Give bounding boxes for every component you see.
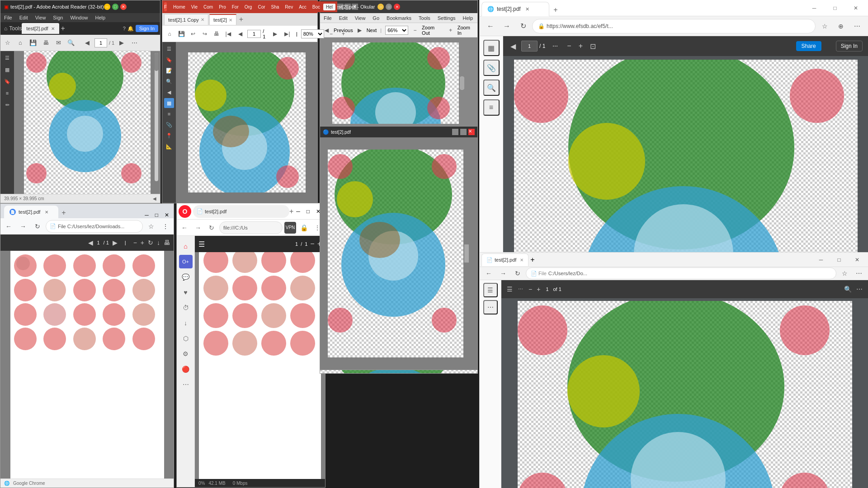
layers-button[interactable]: ≡ [2, 88, 12, 98]
search-button[interactable]: 🔍 [66, 38, 76, 48]
edge-back-btn[interactable]: ← [483, 19, 498, 33]
close-button[interactable]: ✕ [120, 4, 127, 10]
ribbon-accessibility[interactable]: Rev [282, 4, 296, 10]
edge2-minimize-btn[interactable]: ─ [812, 253, 830, 267]
edge2-pdf-list-btn[interactable]: ☰ [506, 285, 514, 294]
okular-zoom-in-btn[interactable]: + [446, 25, 456, 35]
opera-sidebar-more[interactable]: ⋯ [179, 378, 193, 391]
edge-tab-test2[interactable]: 🌐 test[2].pdf ✕ [481, 2, 549, 16]
opera-refresh-btn[interactable]: ↻ [206, 222, 217, 234]
chrome-refresh-btn[interactable]: ↻ [31, 220, 44, 233]
notification-icon[interactable]: 🔔 [127, 26, 134, 32]
foxit-home-btn[interactable]: ⌂ [164, 28, 175, 39]
chrome-pdf-next-btn[interactable]: ▶ [113, 239, 118, 246]
foxit-sidebar-measure[interactable]: 📐 [164, 141, 174, 151]
opera-sidebar-extension[interactable]: 🔴 [179, 362, 193, 376]
edge-pdf-zoom-out-btn[interactable]: − [565, 40, 573, 52]
home-button[interactable]: ⌂ [15, 38, 26, 48]
annotation-button[interactable]: ✏ [2, 100, 12, 110]
edge2-pdf-search-btn[interactable]: 🔍 [843, 285, 853, 294]
help-icon[interactable]: ? [123, 26, 126, 31]
chrome-pdf-download-btn[interactable]: ↓ [157, 239, 160, 246]
okular-maximize-btn[interactable]: □ [386, 4, 392, 10]
foxit-redo-btn[interactable]: ↪ [199, 28, 210, 39]
ribbon-bookmark[interactable]: Acc [296, 4, 309, 10]
okular-menu-file[interactable]: File [322, 14, 334, 22]
edge-signin-btn[interactable]: Sign In [836, 41, 863, 52]
chrome-address-bar[interactable]: 📄 File C:/Users/lez/Downloads... [46, 220, 143, 233]
edge-maximize-btn[interactable]: □ [825, 0, 845, 16]
prev-page-button[interactable]: ◀ [82, 38, 93, 48]
menu-edit[interactable]: Edit [18, 15, 30, 20]
edge2-maximize-btn[interactable]: □ [830, 253, 848, 267]
ribbon-help[interactable]: Boc [310, 4, 323, 10]
foxit-tab-close[interactable]: ✕ [229, 18, 232, 23]
ribbon-home[interactable]: Home [170, 4, 188, 10]
close-button[interactable]: ✕ [352, 4, 358, 10]
okular-menu-edit[interactable]: Edit [337, 14, 349, 22]
foxit-sidebar-menu[interactable]: ☰ [164, 44, 174, 54]
foxit-sidebar-attach[interactable]: 📎 [164, 120, 174, 130]
okular-minimize-btn[interactable]: ─ [377, 4, 384, 10]
edge-refresh-btn[interactable]: ↻ [516, 19, 530, 33]
chrome-pdf-print-btn[interactable]: 🖶 [164, 239, 170, 246]
okular-scrollbar[interactable] [460, 76, 464, 90]
next-page-button[interactable]: ▶ [116, 38, 127, 48]
okular2-minimize-btn[interactable] [452, 129, 458, 135]
tab-close-icon[interactable]: ✕ [51, 26, 55, 31]
okular2-scrollbar-thumb[interactable] [464, 244, 469, 263]
opera-sidebar-messenger[interactable]: 💬 [179, 270, 193, 284]
foxit-zoom-out-btn[interactable]: − [326, 28, 336, 39]
maximize-button[interactable]: □ [112, 4, 118, 10]
edge-pdf-fit-btn[interactable]: ⊡ [588, 40, 598, 52]
opera-sidebar-speed-dial[interactable]: O+ [179, 255, 193, 268]
edge2-tab-close[interactable]: ✕ [520, 258, 524, 263]
opera-sidebar-settings[interactable]: ⚙ [179, 347, 193, 361]
scrollbar-thumb[interactable] [155, 53, 158, 71]
foxit-first-page-btn[interactable]: |◀ [223, 28, 233, 39]
chrome-pdf-rotate-btn[interactable]: ↻ [148, 239, 153, 246]
ribbon-review[interactable]: Sha [269, 4, 282, 10]
edge2-bookmark-btn[interactable]: ☆ [838, 267, 851, 280]
foxit-sidebar-nav[interactable]: ◀ [164, 87, 174, 97]
maximize-button[interactable]: □ [344, 4, 351, 10]
ribbon-comment[interactable]: Com [201, 4, 216, 10]
opera-sidebar-history[interactable]: ⏱ [179, 301, 193, 314]
edge2-more-btn[interactable]: ⋯ [853, 267, 865, 280]
home-tab[interactable]: ⌂ [4, 25, 7, 32]
chrome-pdf-zoom-out-btn[interactable]: − [133, 239, 137, 246]
foxit-sidebar-pages[interactable]: ▦ [164, 98, 174, 108]
edge-collections-btn[interactable]: ⊕ [834, 19, 848, 33]
edge2-tab-test2[interactable]: 📄 test[2].pdf ✕ [481, 253, 528, 266]
edge-pdf-page-input[interactable] [521, 41, 538, 52]
save-button[interactable]: 💾 [28, 38, 38, 48]
chrome-maximize-btn[interactable]: □ [152, 212, 161, 218]
foxit-save-btn[interactable]: 💾 [176, 28, 187, 39]
edge2-close-btn[interactable]: ✕ [848, 253, 866, 267]
foxit-sidebar-location[interactable]: 📍 [164, 131, 174, 141]
okular-menu-go[interactable]: Go [371, 14, 381, 22]
menu-sign[interactable]: Sign [51, 15, 65, 20]
opera-sidebar-3d[interactable]: ⬡ [179, 332, 193, 345]
edge-pdf-thumbnails-btn[interactable]: ▦ [483, 40, 500, 56]
chrome-forward-btn[interactable]: → [17, 220, 29, 233]
menu-window[interactable]: Window [68, 15, 90, 20]
tools-tab[interactable]: Tools [9, 25, 22, 32]
panels-button[interactable]: ☰ [2, 53, 12, 63]
okular-menu-bookmarks[interactable]: Bookmarks [385, 14, 413, 22]
ribbon-form-active[interactable]: Hel [323, 4, 335, 10]
vertical-scrollbar[interactable] [155, 53, 158, 181]
edge2-pdf-zoom-in-btn[interactable]: + [536, 285, 541, 294]
edge-new-tab-btn[interactable]: + [549, 4, 562, 16]
ribbon-share[interactable]: Cor [255, 4, 268, 10]
opera-forward-btn[interactable]: → [192, 222, 204, 234]
foxit-zoom-select[interactable]: 80% 100% 150% [301, 29, 324, 38]
edge-more-btn[interactable]: ⋯ [850, 19, 864, 33]
opera-maximize-btn[interactable]: □ [304, 208, 312, 215]
edge-close-btn[interactable]: ✕ [845, 0, 866, 16]
edge2-pdf-zoom-out-btn[interactable]: − [528, 285, 533, 294]
menu-help[interactable]: Help [94, 15, 108, 20]
opera-pdf-menu-btn[interactable]: ☰ [198, 240, 205, 249]
edge2-pdf-more-actions-btn[interactable]: ⋯ [855, 285, 863, 294]
edge2-refresh-btn[interactable]: ↻ [511, 267, 524, 280]
